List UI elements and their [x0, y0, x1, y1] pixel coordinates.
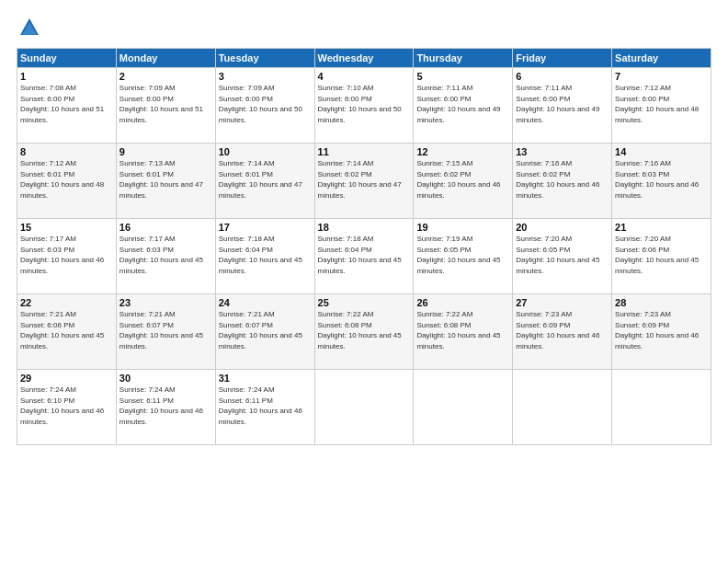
- day-number: 2: [119, 71, 212, 82]
- calendar-cell: 30Sunrise: 7:24 AM Sunset: 6:11 PM Dayli…: [116, 370, 215, 445]
- day-number: 1: [20, 71, 113, 82]
- page: SundayMondayTuesdayWednesdayThursdayFrid…: [0, 0, 728, 563]
- day-number: 9: [119, 146, 212, 157]
- day-info: Sunrise: 7:11 AM Sunset: 6:00 PM Dayligh…: [416, 83, 509, 125]
- day-number: 23: [119, 297, 212, 308]
- calendar-cell: [513, 370, 612, 445]
- day-info: Sunrise: 7:21 AM Sunset: 6:07 PM Dayligh…: [219, 309, 312, 351]
- day-number: 7: [615, 71, 708, 82]
- day-number: 13: [516, 146, 609, 157]
- day-header-saturday: Saturday: [612, 49, 711, 68]
- calendar-cell: 5Sunrise: 7:11 AM Sunset: 6:00 PM Daylig…: [414, 68, 513, 144]
- day-header-monday: Monday: [116, 49, 215, 68]
- calendar-cell: [314, 370, 414, 445]
- day-info: Sunrise: 7:12 AM Sunset: 6:00 PM Dayligh…: [615, 83, 708, 125]
- header: [17, 15, 711, 40]
- calendar-cell: 22Sunrise: 7:21 AM Sunset: 6:06 PM Dayli…: [17, 294, 117, 370]
- week-row-3: 22Sunrise: 7:21 AM Sunset: 6:06 PM Dayli…: [17, 294, 711, 370]
- day-header-wednesday: Wednesday: [314, 49, 414, 68]
- calendar-cell: 14Sunrise: 7:16 AM Sunset: 6:03 PM Dayli…: [612, 144, 711, 219]
- day-info: Sunrise: 7:24 AM Sunset: 6:11 PM Dayligh…: [119, 385, 212, 427]
- logo-icon: [17, 15, 42, 40]
- day-info: Sunrise: 7:22 AM Sunset: 6:08 PM Dayligh…: [416, 309, 509, 351]
- day-number: 27: [516, 297, 609, 308]
- week-row-4: 29Sunrise: 7:24 AM Sunset: 6:10 PM Dayli…: [17, 370, 711, 445]
- day-info: Sunrise: 7:10 AM Sunset: 6:00 PM Dayligh…: [318, 83, 411, 125]
- day-number: 25: [318, 297, 411, 308]
- day-number: 10: [219, 146, 312, 157]
- day-number: 4: [318, 71, 411, 82]
- day-number: 18: [318, 222, 411, 233]
- calendar-cell: 25Sunrise: 7:22 AM Sunset: 6:08 PM Dayli…: [314, 294, 414, 370]
- calendar-cell: 20Sunrise: 7:20 AM Sunset: 6:05 PM Dayli…: [513, 219, 612, 294]
- calendar-cell: 28Sunrise: 7:23 AM Sunset: 6:09 PM Dayli…: [612, 294, 711, 370]
- day-number: 29: [20, 373, 113, 384]
- day-info: Sunrise: 7:09 AM Sunset: 6:00 PM Dayligh…: [119, 83, 212, 125]
- day-header-thursday: Thursday: [414, 49, 513, 68]
- day-info: Sunrise: 7:18 AM Sunset: 6:04 PM Dayligh…: [219, 234, 312, 276]
- calendar-cell: 26Sunrise: 7:22 AM Sunset: 6:08 PM Dayli…: [414, 294, 513, 370]
- day-info: Sunrise: 7:17 AM Sunset: 6:03 PM Dayligh…: [20, 234, 113, 276]
- calendar-cell: 11Sunrise: 7:14 AM Sunset: 6:02 PM Dayli…: [314, 144, 414, 219]
- day-number: 19: [416, 222, 509, 233]
- week-row-0: 1Sunrise: 7:08 AM Sunset: 6:00 PM Daylig…: [17, 68, 711, 144]
- day-number: 26: [416, 297, 509, 308]
- day-info: Sunrise: 7:11 AM Sunset: 6:00 PM Dayligh…: [516, 83, 609, 125]
- day-info: Sunrise: 7:21 AM Sunset: 6:06 PM Dayligh…: [20, 309, 113, 351]
- day-info: Sunrise: 7:20 AM Sunset: 6:06 PM Dayligh…: [615, 234, 708, 276]
- calendar-cell: 2Sunrise: 7:09 AM Sunset: 6:00 PM Daylig…: [116, 68, 215, 144]
- day-number: 24: [219, 297, 312, 308]
- day-info: Sunrise: 7:23 AM Sunset: 6:09 PM Dayligh…: [516, 309, 609, 351]
- day-number: 8: [20, 146, 113, 157]
- day-number: 14: [615, 146, 708, 157]
- calendar-cell: 27Sunrise: 7:23 AM Sunset: 6:09 PM Dayli…: [513, 294, 612, 370]
- calendar-cell: 23Sunrise: 7:21 AM Sunset: 6:07 PM Dayli…: [116, 294, 215, 370]
- calendar-cell: 21Sunrise: 7:20 AM Sunset: 6:06 PM Dayli…: [612, 219, 711, 294]
- day-info: Sunrise: 7:12 AM Sunset: 6:01 PM Dayligh…: [20, 158, 113, 201]
- day-header-sunday: Sunday: [17, 49, 117, 68]
- calendar-cell: 17Sunrise: 7:18 AM Sunset: 6:04 PM Dayli…: [215, 219, 314, 294]
- day-header-friday: Friday: [513, 49, 612, 68]
- calendar-cell: 12Sunrise: 7:15 AM Sunset: 6:02 PM Dayli…: [414, 144, 513, 219]
- calendar-cell: 29Sunrise: 7:24 AM Sunset: 6:10 PM Dayli…: [17, 370, 117, 445]
- calendar-cell: 16Sunrise: 7:17 AM Sunset: 6:03 PM Dayli…: [116, 219, 215, 294]
- week-row-1: 8Sunrise: 7:12 AM Sunset: 6:01 PM Daylig…: [17, 144, 711, 219]
- day-info: Sunrise: 7:16 AM Sunset: 6:03 PM Dayligh…: [615, 158, 708, 201]
- day-number: 20: [516, 222, 609, 233]
- calendar-cell: 18Sunrise: 7:18 AM Sunset: 6:04 PM Dayli…: [314, 219, 414, 294]
- day-number: 5: [416, 71, 509, 82]
- calendar-cell: 7Sunrise: 7:12 AM Sunset: 6:00 PM Daylig…: [612, 68, 711, 144]
- day-number: 11: [318, 146, 411, 157]
- calendar-cell: 10Sunrise: 7:14 AM Sunset: 6:01 PM Dayli…: [215, 144, 314, 219]
- day-number: 3: [219, 71, 312, 82]
- day-info: Sunrise: 7:21 AM Sunset: 6:07 PM Dayligh…: [119, 309, 212, 351]
- day-info: Sunrise: 7:18 AM Sunset: 6:04 PM Dayligh…: [318, 234, 411, 276]
- day-number: 30: [119, 373, 212, 384]
- day-number: 22: [20, 297, 113, 308]
- calendar-cell: 24Sunrise: 7:21 AM Sunset: 6:07 PM Dayli…: [215, 294, 314, 370]
- day-info: Sunrise: 7:24 AM Sunset: 6:11 PM Dayligh…: [219, 385, 312, 427]
- day-number: 12: [416, 146, 509, 157]
- day-info: Sunrise: 7:16 AM Sunset: 6:02 PM Dayligh…: [516, 158, 609, 201]
- day-info: Sunrise: 7:19 AM Sunset: 6:05 PM Dayligh…: [416, 234, 509, 276]
- calendar-cell: [612, 370, 711, 445]
- calendar-cell: 3Sunrise: 7:09 AM Sunset: 6:00 PM Daylig…: [215, 68, 314, 144]
- day-number: 17: [219, 222, 312, 233]
- day-number: 6: [516, 71, 609, 82]
- week-row-2: 15Sunrise: 7:17 AM Sunset: 6:03 PM Dayli…: [17, 219, 711, 294]
- calendar-cell: 31Sunrise: 7:24 AM Sunset: 6:11 PM Dayli…: [215, 370, 314, 445]
- day-number: 15: [20, 222, 113, 233]
- day-info: Sunrise: 7:15 AM Sunset: 6:02 PM Dayligh…: [416, 158, 509, 201]
- calendar-cell: 19Sunrise: 7:19 AM Sunset: 6:05 PM Dayli…: [414, 219, 513, 294]
- day-number: 21: [615, 222, 708, 233]
- day-info: Sunrise: 7:17 AM Sunset: 6:03 PM Dayligh…: [119, 234, 212, 276]
- day-header-tuesday: Tuesday: [215, 49, 314, 68]
- day-info: Sunrise: 7:13 AM Sunset: 6:01 PM Dayligh…: [119, 158, 212, 201]
- calendar-cell: 13Sunrise: 7:16 AM Sunset: 6:02 PM Dayli…: [513, 144, 612, 219]
- calendar-cell: 9Sunrise: 7:13 AM Sunset: 6:01 PM Daylig…: [116, 144, 215, 219]
- day-info: Sunrise: 7:14 AM Sunset: 6:01 PM Dayligh…: [219, 158, 312, 201]
- day-number: 28: [615, 297, 708, 308]
- calendar-cell: 8Sunrise: 7:12 AM Sunset: 6:01 PM Daylig…: [17, 144, 117, 219]
- day-info: Sunrise: 7:09 AM Sunset: 6:00 PM Dayligh…: [219, 83, 312, 125]
- day-info: Sunrise: 7:08 AM Sunset: 6:00 PM Dayligh…: [20, 83, 113, 125]
